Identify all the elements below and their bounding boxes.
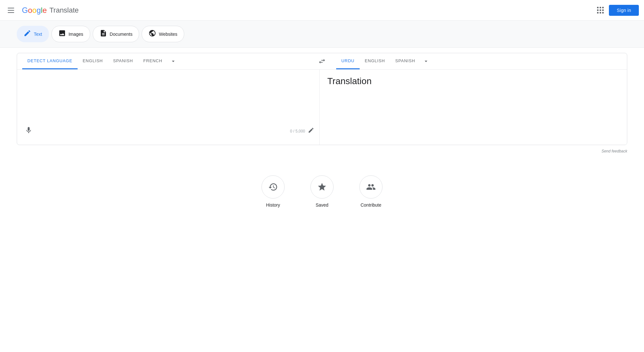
header: Google Translate Sign in <box>0 0 644 21</box>
lang-tab-english-target[interactable]: ENGLISH <box>360 53 390 69</box>
input-footer: 0 / 5,000 <box>22 121 314 140</box>
source-text-panel: 0 / 5,000 <box>17 70 320 145</box>
microphone-button[interactable] <box>22 124 35 138</box>
char-count-text: 0 / 5,000 <box>290 129 305 133</box>
lang-tab-english-source[interactable]: ENGLISH <box>78 53 108 69</box>
target-lang-more-button[interactable] <box>420 55 432 67</box>
char-count-area: 0 / 5,000 <box>290 127 314 135</box>
documents-tab-icon <box>99 29 107 39</box>
edit-button[interactable] <box>308 127 314 135</box>
translation-text: Translation <box>327 75 620 87</box>
tab-images-label: Images <box>69 32 83 37</box>
send-feedback-row: Send feedback <box>0 146 644 156</box>
google-translate-logo[interactable]: Google Translate <box>22 6 79 15</box>
history-label: History <box>266 202 280 208</box>
contribute-circle <box>359 175 383 199</box>
history-action[interactable]: History <box>261 175 285 208</box>
contribute-label: Contribute <box>361 202 382 208</box>
saved-label: Saved <box>316 202 328 208</box>
apps-grid-icon <box>597 7 604 14</box>
language-bar: DETECT LANGUAGE ENGLISH SPANISH FRENCH U… <box>17 53 627 70</box>
mode-tabs-bar: Text Images Documents Websites <box>0 21 644 48</box>
tab-documents-label: Documents <box>110 32 133 37</box>
tab-images[interactable]: Images <box>52 26 90 42</box>
header-left: Google Translate <box>5 5 79 15</box>
tab-text[interactable]: Text <box>17 26 49 42</box>
translation-output-panel: Translation <box>320 70 627 145</box>
history-icon <box>268 182 278 192</box>
saved-action[interactable]: Saved <box>310 175 334 208</box>
tab-websites[interactable]: Websites <box>142 26 184 42</box>
source-language-tabs: DETECT LANGUAGE ENGLISH SPANISH FRENCH <box>17 53 313 69</box>
source-lang-more-button[interactable] <box>167 55 179 67</box>
text-panels: 0 / 5,000 Translation <box>17 70 627 145</box>
websites-tab-icon <box>148 29 156 39</box>
lang-tab-french-source[interactable]: FRENCH <box>138 53 167 69</box>
google-apps-button[interactable] <box>594 4 606 16</box>
lang-tab-spanish-source[interactable]: SPANISH <box>108 53 138 69</box>
translation-container: DETECT LANGUAGE ENGLISH SPANISH FRENCH U… <box>17 53 627 145</box>
text-tab-icon <box>24 29 31 39</box>
signin-button[interactable]: Sign in <box>609 5 639 16</box>
history-circle <box>261 175 285 199</box>
tab-websites-label: Websites <box>159 32 177 37</box>
google-logo: Google <box>22 6 47 15</box>
hamburger-icon <box>8 8 14 13</box>
menu-button[interactable] <box>5 5 17 15</box>
star-icon <box>317 182 327 192</box>
lang-tab-detect[interactable]: DETECT LANGUAGE <box>22 53 78 69</box>
images-tab-icon <box>58 29 66 39</box>
lang-tab-spanish-target[interactable]: SPANISH <box>390 53 420 69</box>
target-language-tabs: URDU ENGLISH SPANISH <box>331 53 627 69</box>
contribute-action[interactable]: Contribute <box>359 175 383 208</box>
tab-documents[interactable]: Documents <box>93 26 139 42</box>
tab-text-label: Text <box>34 32 42 37</box>
lang-tab-urdu-target[interactable]: URDU <box>336 53 360 69</box>
saved-circle <box>310 175 334 199</box>
source-textarea[interactable] <box>22 75 314 120</box>
swap-languages-button[interactable] <box>313 54 331 69</box>
contribute-icon <box>366 182 376 192</box>
header-right: Sign in <box>594 4 639 16</box>
send-feedback-link[interactable]: Send feedback <box>601 149 627 153</box>
actions-section: History Saved Contribute <box>0 175 644 208</box>
app-name: Translate <box>49 6 79 15</box>
